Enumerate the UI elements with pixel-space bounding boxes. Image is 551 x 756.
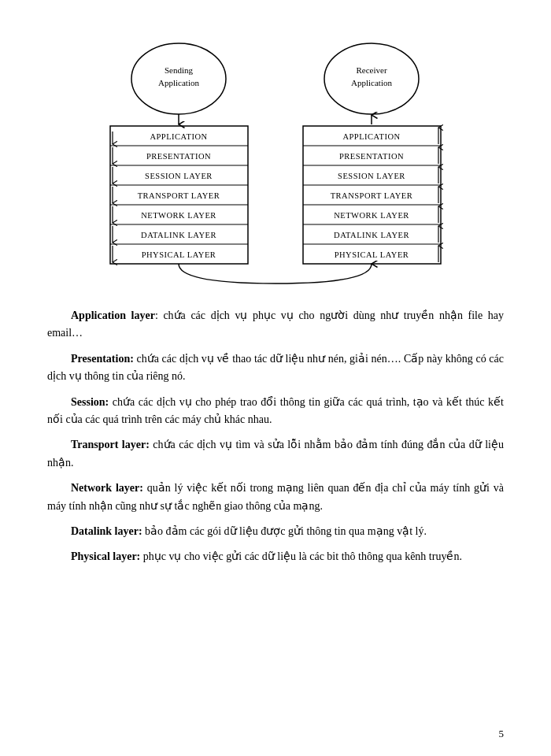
bold-datalink: Datalink layer:	[71, 525, 142, 537]
svg-text:PRESENTATION: PRESENTATION	[146, 152, 211, 161]
svg-text:Application: Application	[351, 78, 392, 87]
svg-text:PHYSICAL LAYER: PHYSICAL LAYER	[335, 250, 409, 259]
text-content: Application layer: chứa các dịch vụ phục…	[47, 307, 504, 566]
text-datalink: bảo đảm các gói dữ liệu được gửi thông t…	[142, 525, 427, 537]
text-session: chứa các dịch vụ cho phép trao đổi thông…	[47, 396, 504, 425]
paragraph-transport: Transport layer: chứa các dịch vụ tìm và…	[47, 436, 504, 472]
bold-network: Network layer:	[71, 482, 143, 494]
svg-text:SESSION LAYER: SESSION LAYER	[338, 172, 405, 180]
svg-text:DATALINK LAYER: DATALINK LAYER	[334, 231, 409, 239]
svg-text:DATALINK LAYER: DATALINK LAYER	[141, 231, 216, 239]
page-number: 5	[499, 728, 505, 740]
svg-text:APPLICATION: APPLICATION	[150, 132, 207, 141]
svg-text:PHYSICAL LAYER: PHYSICAL LAYER	[142, 250, 216, 259]
paragraph-network: Network layer: quản lý việc kết nối tron…	[47, 480, 504, 515]
paragraph-application: Application layer: chứa các dịch vụ phục…	[47, 307, 504, 343]
bold-physical: Physical layer:	[71, 550, 140, 562]
svg-text:PRESENTATION: PRESENTATION	[339, 152, 404, 161]
svg-text:APPLICATION: APPLICATION	[342, 132, 400, 141]
svg-text:NETWORK LAYER: NETWORK LAYER	[334, 211, 409, 220]
svg-text:NETWORK LAYER: NETWORK LAYER	[141, 211, 216, 220]
svg-text:TRANSPORT LAYER: TRANSPORT LAYER	[331, 191, 413, 200]
svg-text:Sending: Sending	[165, 65, 194, 75]
svg-text:TRANSPORT LAYER: TRANSPORT LAYER	[138, 191, 220, 200]
paragraph-physical: Physical layer: phục vụ cho việc gửi các…	[47, 548, 504, 565]
bold-transport: Transport layer:	[71, 439, 150, 450]
paragraph-session: Session: chứa các dịch vụ cho phép trao …	[47, 394, 504, 429]
bold-session: Session:	[71, 396, 109, 408]
svg-text:Receiver: Receiver	[356, 65, 386, 75]
svg-text:SESSION LAYER: SESSION LAYER	[145, 172, 213, 180]
paragraph-presentation: Presentation: chứa các dịch vụ về thao t…	[47, 350, 504, 386]
diagram-area: APPLICATION PRESENTATION SESSION LAYER T…	[47, 24, 504, 291]
bold-application: Application layer	[71, 309, 155, 321]
svg-text:Application: Application	[158, 78, 199, 87]
bold-presentation: Presentation:	[71, 353, 134, 365]
osi-diagram: APPLICATION PRESENTATION SESSION LAYER T…	[47, 24, 504, 291]
paragraph-datalink: Datalink layer: bảo đảm các gói dữ liệu …	[47, 523, 504, 540]
text-physical: phục vụ cho việc gửi các dữ liệu là các …	[140, 550, 462, 562]
page: APPLICATION PRESENTATION SESSION LAYER T…	[0, 0, 551, 756]
